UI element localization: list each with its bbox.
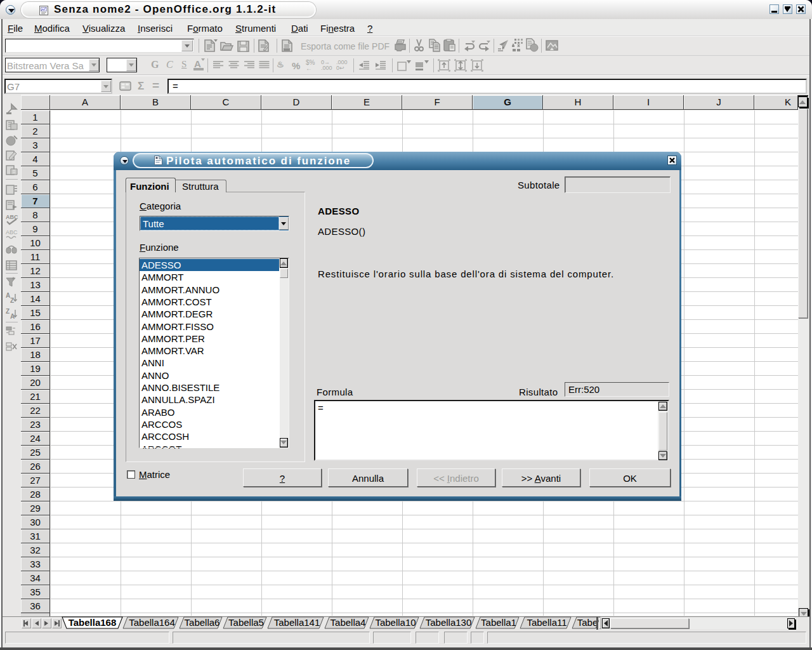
svg-text:Tabella168: Tabella168 bbox=[69, 617, 117, 628]
svg-text:Tabella4: Tabella4 bbox=[331, 617, 366, 628]
svg-text:ABC: ABC bbox=[6, 229, 18, 235]
svg-text:Tabella5: Tabella5 bbox=[228, 617, 264, 628]
svg-text:Tabella164: Tabella164 bbox=[129, 617, 175, 628]
svg-text:Tabella6: Tabella6 bbox=[185, 617, 220, 628]
svg-text:Tabella141: Tabella141 bbox=[274, 617, 320, 628]
svg-text:Z: Z bbox=[6, 308, 10, 315]
svg-text:A: A bbox=[10, 313, 15, 320]
svg-text:Tabe: Tabe bbox=[577, 617, 598, 628]
svg-text:Tabella10: Tabella10 bbox=[375, 617, 416, 628]
svg-text:Tabella130: Tabella130 bbox=[426, 617, 472, 628]
svg-text:Tabella1: Tabella1 bbox=[481, 617, 516, 628]
svg-text:Z: Z bbox=[10, 297, 14, 304]
svg-text:Tabella11: Tabella11 bbox=[527, 617, 566, 628]
